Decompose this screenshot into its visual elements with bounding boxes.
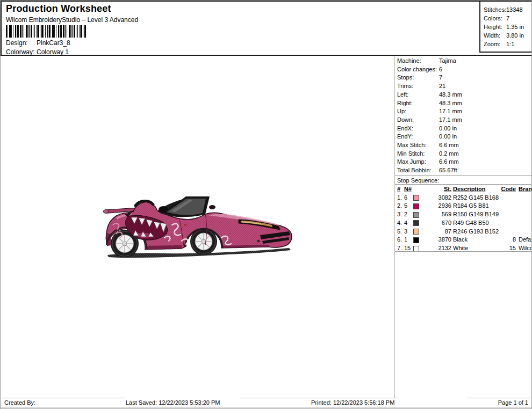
thread-color-swatch bbox=[413, 246, 419, 252]
machine-info-value: 21 bbox=[439, 82, 445, 91]
stop-sequence-row: 1.6 3082R252 G145 B168 bbox=[395, 194, 532, 202]
last-saved-text: Last Saved: 12/22/2023 5:53:20 PM bbox=[126, 399, 220, 407]
machine-info-label: Right: bbox=[397, 99, 439, 108]
printed-text: Printed: 12/22/2023 5:56:18 PM bbox=[311, 399, 394, 407]
colorway-label: Colorway: bbox=[6, 48, 37, 56]
stat-label: Height: bbox=[484, 23, 506, 31]
stat-label: Stitches: bbox=[484, 5, 506, 14]
machine-info-value: 48.3 mm bbox=[439, 99, 462, 108]
machine-info-value: 7 bbox=[439, 74, 442, 82]
stat-label: Colors: bbox=[484, 14, 506, 23]
stop-sequence-row: 2.5 2936R184 G5 B81 bbox=[395, 202, 532, 210]
machine-info-value: 48.3 mm bbox=[439, 91, 462, 99]
header-box: Production Worksheet Wilcom EmbroiderySt… bbox=[1, 1, 532, 56]
divider bbox=[395, 251, 532, 252]
stat-row: Zoom:1:1 bbox=[484, 40, 531, 48]
thread-color-swatch bbox=[413, 212, 419, 218]
thread-color-swatch bbox=[413, 220, 419, 226]
stop-sequence-table: # N# St. Description Code Brand 1.6 3082… bbox=[395, 185, 532, 253]
design-label: Design: bbox=[6, 39, 37, 47]
stat-row: Colors:7 bbox=[484, 14, 531, 23]
machine-info-label: Trims: bbox=[397, 82, 439, 91]
machine-info-value: 65.67ft bbox=[439, 166, 457, 175]
col-header-needle: N# bbox=[404, 185, 413, 194]
machine-info-label: Total Bobbin: bbox=[397, 166, 439, 175]
footer-rule bbox=[467, 398, 530, 398]
machine-info-panel: Machine:Tajima Color changes:6 Stops:7 T… bbox=[394, 56, 532, 398]
machine-info-value: 6 bbox=[439, 65, 442, 74]
thread-color-swatch bbox=[413, 229, 419, 235]
stat-value: 1.35 in bbox=[506, 23, 524, 31]
design-row: Design: PinkCar3_8 bbox=[6, 39, 70, 47]
machine-info-label: Color changes: bbox=[397, 65, 439, 74]
machine-info-value: 0.00 in bbox=[439, 133, 457, 141]
summary-stats-box: Stitches:13348 Colors:7 Height:1.35 in W… bbox=[479, 1, 532, 53]
col-header-brand: Brand bbox=[516, 185, 532, 194]
created-by-label: Created By: bbox=[4, 399, 35, 407]
footer-rule bbox=[240, 398, 399, 398]
barcode bbox=[6, 25, 87, 38]
footer-bottom-rule bbox=[1, 407, 532, 407]
production-worksheet-page: Production Worksheet Wilcom EmbroiderySt… bbox=[0, 0, 532, 409]
machine-info-value: 0.2 mm bbox=[439, 150, 459, 158]
col-header-code: Code bbox=[501, 185, 516, 194]
stop-sequence-row: 3.2 569R150 G149 B149 bbox=[395, 210, 532, 219]
machine-info-value: Tajima bbox=[439, 57, 456, 65]
stat-value: 13348 bbox=[506, 5, 523, 14]
machine-info-value: 17.1 mm bbox=[439, 116, 462, 125]
machine-info-value: 17.1 mm bbox=[439, 107, 462, 116]
machine-info-label: Min Stitch: bbox=[397, 150, 439, 158]
machine-info-list: Machine:Tajima Color changes:6 Stops:7 T… bbox=[395, 57, 532, 175]
thread-color-swatch bbox=[413, 195, 419, 201]
machine-info-label: EndY: bbox=[397, 133, 439, 141]
machine-info-value: 6.6 mm bbox=[439, 141, 459, 150]
machine-info-value: 6.6 mm bbox=[439, 158, 459, 166]
stat-row: Height:1.35 in bbox=[484, 23, 531, 31]
divider bbox=[395, 184, 532, 185]
machine-info-label: Left: bbox=[397, 91, 439, 99]
col-header-stitches: St. bbox=[421, 185, 451, 194]
stop-sequence-title: Stop Sequence: bbox=[397, 176, 439, 185]
thread-color-swatch bbox=[413, 203, 419, 209]
stat-value: 3.80 in bbox=[506, 31, 524, 40]
thread-color-swatch bbox=[413, 237, 419, 243]
machine-info-label: Stops: bbox=[397, 74, 439, 82]
stat-value: 1:1 bbox=[506, 40, 514, 48]
machine-info-label: Machine: bbox=[397, 57, 439, 65]
page-title: Production Worksheet bbox=[6, 3, 111, 14]
colorway-row: Colorway: Colorway 1 bbox=[6, 48, 69, 56]
design-preview bbox=[100, 193, 293, 262]
machine-info-label: Down: bbox=[397, 116, 439, 125]
stop-sequence-row: 6.1 3870Black 8Default bbox=[395, 236, 532, 244]
stat-label: Width: bbox=[484, 31, 506, 40]
machine-info-value: 0.00 in bbox=[439, 125, 457, 133]
footer-rule bbox=[2, 398, 125, 398]
design-value: PinkCar3_8 bbox=[37, 39, 70, 47]
machine-info-label: Max Jump: bbox=[397, 158, 439, 166]
page-number: Page 1 of 1 bbox=[498, 399, 528, 407]
stop-sequence-row: 4.4 670R49 G48 B50 bbox=[395, 219, 532, 228]
col-header-num: # bbox=[397, 185, 404, 194]
machine-info-label: Up: bbox=[397, 107, 439, 116]
machine-info-label: Max Stitch: bbox=[397, 141, 439, 150]
stat-label: Zoom: bbox=[484, 40, 506, 48]
colorway-value: Colorway 1 bbox=[37, 48, 69, 56]
stat-row: Stitches:13348 bbox=[484, 5, 531, 14]
stop-sequence-header-row: # N# St. Description Code Brand bbox=[395, 185, 532, 194]
stop-sequence-row: 5.3 87R246 G193 B152 bbox=[395, 228, 532, 236]
stat-value: 7 bbox=[506, 14, 509, 23]
software-name: Wilcom EmbroideryStudio – Level 3 Advanc… bbox=[6, 16, 138, 24]
divider bbox=[395, 175, 532, 176]
col-header-description: Description bbox=[451, 185, 501, 194]
machine-info-label: EndX: bbox=[397, 125, 439, 133]
pink-car-illustration bbox=[100, 193, 293, 262]
stat-row: Width:3.80 in bbox=[484, 31, 531, 40]
